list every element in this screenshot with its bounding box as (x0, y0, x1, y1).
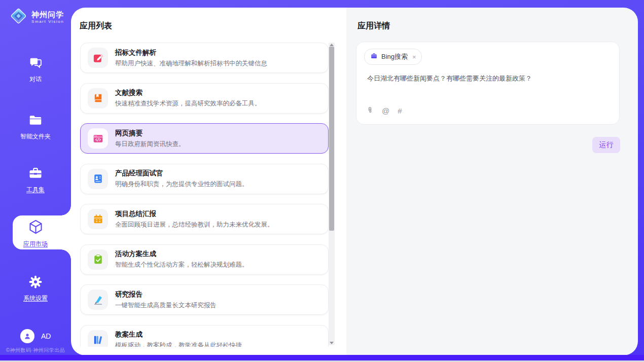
sidebar-item-label: 智能文件夹 (0, 132, 71, 141)
browser-code-icon (88, 128, 108, 149)
calendar-icon (88, 209, 108, 229)
close-icon[interactable]: × (412, 53, 416, 61)
app-card-description: 明确身份和职责，为您提供专业性的面试问题。 (115, 180, 248, 189)
resume-icon (88, 169, 108, 189)
app-card-title: 网页摘要 (115, 129, 185, 138)
paperclip-icon[interactable] (366, 106, 374, 115)
tool-tag-bing-search[interactable]: Bing搜索 × (364, 49, 422, 65)
book-icon (88, 88, 108, 108)
sidebar-item-smart-folders[interactable]: 智能文件夹 (0, 113, 71, 141)
sidebar-item-chat[interactable]: 对话 (0, 56, 71, 84)
app-window: 神州问学 Smart Vision 对话 智能文件夹 工具集 应用市场 系统设置… (0, 0, 644, 362)
app-card-description: 智能生成个性化活动方案，轻松解决规划难题。 (115, 261, 248, 269)
run-button[interactable]: 运行 (592, 137, 620, 153)
logo-diamond-icon (9, 7, 28, 27)
app-list-panel: 应用列表 招标文件解析 帮助用户快速、准确地理解和解析招标书中的关键信息 文献搜… (71, 8, 346, 355)
app-card[interactable]: 产品经理面试官 明确身份和职责，为您提供专业性的面试问题。 (80, 164, 329, 194)
user-account[interactable]: AD (20, 329, 51, 343)
main-content: 应用列表 招标文件解析 帮助用户快速、准确地理解和解析招标书中的关键信息 文献搜… (71, 8, 638, 355)
prompt-toolbar: @ # (366, 106, 402, 115)
app-detail-title: 应用详情 (357, 21, 390, 31)
sidebar-item-label: 工具集 (0, 186, 71, 194)
app-card-title: 研究报告 (115, 290, 217, 299)
cube-icon (27, 219, 44, 235)
edit-square-icon (88, 48, 108, 68)
pen-icon (88, 289, 108, 310)
app-card[interactable]: 招标文件解析 帮助用户快速、准确地理解和解析招标书中的关键信息 (80, 43, 329, 73)
sidebar-item-toolset[interactable]: 工具集 (0, 166, 71, 194)
app-card-description: 模板驱动，教案秒成，教学准备从此轻松快捷 (115, 341, 242, 347)
app-card-description: 全面回顾项目进展，总结经验教训，助力未来优化发展。 (115, 221, 274, 229)
avatar[interactable] (20, 329, 34, 343)
app-card-description: 帮助用户快速、准确地理解和解析招标书中的关键信息 (115, 59, 267, 68)
gear-icon (28, 274, 43, 291)
sidebar-item-system-settings[interactable]: 系统设置 (0, 274, 71, 303)
folder-icon (28, 113, 43, 129)
sidebar-item-label: 应用市场 (0, 240, 71, 248)
app-card[interactable]: 文献搜索 快速精准查找学术资源，提高研究效率的必备工具。 (80, 83, 329, 114)
app-card[interactable]: 教案生成 模板驱动，教案秒成，教学准备从此轻松快捷 (80, 325, 329, 347)
bottom-accent-bar (0, 355, 644, 360)
app-card-description: 快速精准查找学术资源，提高研究效率的必备工具。 (115, 99, 261, 108)
prompt-input[interactable]: 今日湖北有哪些新闻要点？有哪些需要关注的最新政策？ (367, 74, 609, 84)
prompt-card: Bing搜索 × 今日湖北有哪些新闻要点？有哪些需要关注的最新政策？ @ # (356, 42, 620, 125)
clipboard-check-icon (88, 249, 108, 270)
sidebar: 神州问学 Smart Vision 对话 智能文件夹 工具集 应用市场 系统设置… (0, 0, 71, 362)
app-card-description: 一键智能生成高质量长文本研究报告 (115, 301, 217, 310)
toolbox-icon (28, 166, 43, 182)
app-list-scrollbar[interactable] (329, 43, 335, 345)
app-card[interactable]: 项目总结汇报 全面回顾项目进展，总结经验教训，助力未来优化发展。 (80, 204, 329, 234)
logo-title: 神州问学 (31, 10, 64, 19)
hash-icon[interactable]: # (398, 107, 402, 115)
app-list: 招标文件解析 帮助用户快速、准确地理解和解析招标书中的关键信息 文献搜索 快速精… (80, 43, 329, 347)
scroll-up-icon[interactable] (330, 44, 334, 46)
app-list-title: 应用列表 (80, 21, 112, 31)
sidebar-active-tab-curve-top (61, 205, 71, 215)
books-icon (88, 330, 108, 347)
sidebar-active-tab-curve-bottom (61, 249, 71, 260)
app-card-title: 招标文件解析 (115, 48, 267, 57)
sidebar-footer-text: ©神州数码·神州问学出品 (0, 347, 71, 354)
app-card[interactable]: 活动方案生成 智能生成个性化活动方案，轻松解决规划难题。 (80, 244, 329, 275)
chat-icon (28, 56, 43, 72)
app-card-title: 活动方案生成 (115, 249, 248, 259)
sidebar-item-label: 对话 (0, 75, 71, 84)
briefcase-icon (370, 52, 378, 61)
app-detail-panel: 应用详情 Bing搜索 × 今日湖北有哪些新闻要点？有哪些需要关注的最新政策？ … (346, 8, 638, 355)
app-card-title: 项目总结汇报 (115, 209, 274, 219)
app-card-title: 产品经理面试官 (115, 169, 248, 178)
at-icon[interactable]: @ (382, 107, 389, 115)
app-logo: 神州问学 Smart Vision (9, 7, 64, 27)
user-initials: AD (41, 332, 51, 340)
logo-subtitle: Smart Vision (31, 19, 64, 24)
sidebar-item-app-market[interactable]: 应用市场 (0, 219, 71, 248)
app-card-description: 每日政府新闻资讯快查。 (115, 140, 185, 149)
scrollbar-thumb[interactable] (329, 47, 334, 231)
tool-tag-label: Bing搜索 (381, 52, 408, 61)
scroll-down-icon[interactable] (330, 342, 334, 344)
app-card-title: 教案生成 (115, 330, 242, 339)
app-card[interactable]: 研究报告 一键智能生成高质量长文本研究报告 (80, 284, 329, 315)
app-card-title: 文献搜索 (115, 88, 261, 97)
sidebar-item-label: 系统设置 (0, 294, 71, 303)
app-card[interactable]: 网页摘要 每日政府新闻资讯快查。 (80, 123, 329, 154)
